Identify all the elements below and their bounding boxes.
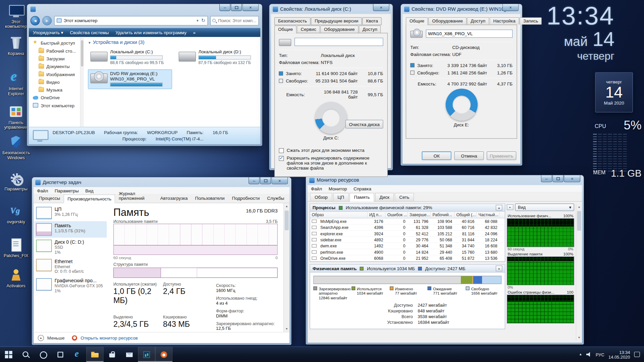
close-button[interactable]: × (271, 177, 288, 184)
apply-button[interactable]: Применить (487, 152, 516, 160)
process-checkbox[interactable] (312, 220, 317, 223)
window-properties-disk-c[interactable]: Свойства: Локальный диск (C:) × Безопасн… (269, 4, 392, 170)
performance-list-item[interactable]: Память 1,1/3,5 ГБ (31%) (35, 221, 107, 238)
sidebar-item[interactable]: Рабочий сто... (29, 47, 80, 55)
search-input[interactable] (217, 18, 257, 23)
drive-tile[interactable]: Локальный диск (C:) 88,6 ГБ свободно из … (88, 48, 172, 66)
show-hidden-icons[interactable]: ▲ (579, 353, 582, 356)
minimize-button[interactable]: – (249, 177, 260, 184)
desktop-icon[interactable]: Панель управления (2, 105, 30, 129)
process-row[interactable]: dwm.exe 1492 0 30 464 51 348 34 740 16 6… (310, 243, 504, 249)
tab[interactable]: Сеть (395, 193, 414, 201)
drive-tile[interactable]: Локальный диск (D:) 87,9 ГБ свободно из … (176, 48, 260, 66)
desktop-icon[interactable]: Параметры (2, 172, 30, 191)
sidebar-item[interactable]: Изображения (29, 70, 80, 78)
forward-button[interactable]: ▶ (42, 16, 52, 25)
close-button[interactable]: × (373, 4, 389, 11)
toolbar-item[interactable]: Упорядочить ▾ (33, 30, 63, 35)
fewer-details-button[interactable]: Меньше (47, 335, 65, 340)
process-checkbox[interactable] (312, 232, 317, 235)
scrollbar[interactable]: ▲▼ (283, 203, 289, 332)
menu-item[interactable]: Вид (85, 188, 93, 193)
taskbar-button[interactable] (104, 347, 121, 362)
dialog-tab[interactable]: Настройка (489, 17, 519, 24)
taskbar-button[interactable] (52, 347, 69, 362)
desktop-icon[interactable]: Activators (2, 268, 30, 288)
dialog-tab[interactable]: Оборудование (320, 25, 359, 33)
performance-list-item[interactable]: ЦП 3% 1,26 ГГц (35, 205, 107, 221)
tab[interactable]: Службы (263, 194, 288, 203)
menu-item[interactable]: Файл (311, 186, 322, 191)
taskbar-button[interactable] (86, 347, 103, 362)
compress-checkbox[interactable] (279, 148, 284, 153)
search-box[interactable] (210, 16, 259, 25)
address-bar[interactable]: Этот компьютер ▼ ↻ (54, 16, 208, 25)
sidebar-item[interactable]: Загрузки (29, 55, 80, 62)
dialog-tab[interactable]: Квота (363, 17, 382, 25)
column-header[interactable]: Образ (310, 212, 367, 218)
refresh-icon[interactable]: ↻ (201, 18, 205, 23)
process-row[interactable]: MsMpEng.exe 3176 0 131 796 108 904 40 81… (310, 218, 504, 224)
dialog-tab[interactable]: Запись (520, 17, 542, 24)
tab[interactable]: Память (350, 193, 374, 202)
drive-tile[interactable]: DVD RW дисковод (E:) WIN10_X86_PRO_VL (88, 69, 172, 89)
process-row[interactable]: sidebar.exe 4892 0 29 776 50 068 31 844 … (310, 237, 504, 243)
performance-list-item[interactable]: Графический про... NVIDIA GeForce GTX 10… (35, 276, 107, 296)
window-properties-dvd-e[interactable]: Свойства: DVD RW дисковод (E:) WIN10_X86… (401, 4, 522, 165)
scroll-up-icon[interactable]: ▲ (284, 203, 289, 209)
column-header[interactable]: ИД п... (368, 212, 386, 218)
collapse-button[interactable]: ▲ (496, 205, 502, 210)
menu-item[interactable]: Параметры (55, 188, 79, 193)
process-row[interactable]: SearchApp.exe 4396 0 61 328 103 588 60 7… (310, 225, 504, 231)
sidebar-scrollbar[interactable] (80, 37, 84, 127)
toolbar-item[interactable]: Удалить или изменить программу (115, 30, 186, 35)
desktop-icon[interactable]: ovgorskiy (2, 204, 30, 224)
menu-item[interactable]: Монитор (329, 186, 347, 191)
maximize-button[interactable] (260, 177, 271, 184)
desktop-icon[interactable]: Корзина (2, 36, 30, 56)
process-row[interactable]: explorer.exe 3924 0 52 412 105 212 81 11… (310, 231, 504, 237)
taskbar-button[interactable] (138, 347, 155, 362)
cancel-button[interactable]: Отмена (454, 152, 484, 160)
maximize-button[interactable] (231, 4, 242, 11)
dialog-tab[interactable]: Доступ (359, 25, 381, 33)
scroll-down-icon[interactable]: ▼ (284, 326, 289, 332)
language-indicator[interactable]: РУС (596, 352, 604, 357)
minimize-button[interactable]: – (219, 4, 230, 11)
dialog-tab[interactable]: Безопасность (274, 17, 311, 25)
column-header[interactable]: Частный... (477, 212, 500, 218)
taskbar-button[interactable] (17, 347, 34, 362)
sidebar-item[interactable]: Документы (29, 62, 80, 70)
tab[interactable]: Автозагрузка (157, 194, 192, 203)
desktop-icon[interactable]: Patches_FIX (2, 238, 30, 258)
panel-collapse-button[interactable]: ▸ (507, 204, 514, 210)
desktop-icon[interactable]: Безопасность Windows (2, 135, 30, 160)
open-resource-monitor-link[interactable]: Открыть монитор ресурсов (80, 335, 138, 340)
tray-clock[interactable]: 13:34 14.05.2020 (608, 350, 630, 359)
scroll-up-icon[interactable]: ▲ (576, 203, 582, 209)
minimize-button[interactable]: – (541, 175, 552, 182)
close-button[interactable]: × (242, 4, 259, 11)
titlebar[interactable]: Свойства: DVD RW дисковод (E:) WIN10_X86… (401, 4, 522, 14)
process-checkbox[interactable] (312, 226, 317, 229)
chevron-down-icon[interactable]: ▼ (196, 19, 199, 22)
column-header[interactable]: Заверше... (408, 212, 431, 218)
tab[interactable]: Диск (375, 193, 394, 201)
process-row[interactable]: perfmon.exe 4900 0 14 824 29 440 15 760 … (310, 249, 504, 255)
toolbar-item[interactable]: Свойства системы (70, 30, 109, 35)
desktop-icon[interactable]: Internet Explorer (2, 71, 30, 96)
dialog-tab[interactable]: Оборудование (428, 17, 467, 24)
sidebar-item[interactable]: OneDrive (29, 94, 80, 101)
ok-button[interactable]: ОК (422, 152, 451, 160)
collapse-button[interactable]: ▲ (496, 265, 502, 271)
process-checkbox[interactable] (312, 250, 317, 254)
column-header[interactable]: Ошибок ... (386, 212, 408, 218)
performance-list-item[interactable]: Диск 0 (C: D:) SSD 1% (35, 238, 107, 257)
drives-group-header[interactable]: ▼Устройства и диски (3) (88, 40, 256, 45)
dialog-tab[interactable]: Предыдущие версии (311, 17, 362, 25)
close-button[interactable]: × (502, 4, 519, 11)
titlebar[interactable]: Диспетчер задач – × (32, 177, 291, 187)
menu-item[interactable]: Файл (37, 188, 48, 193)
process-checkbox[interactable] (312, 244, 317, 248)
scrollbar[interactable]: ▲▼ (576, 203, 582, 341)
